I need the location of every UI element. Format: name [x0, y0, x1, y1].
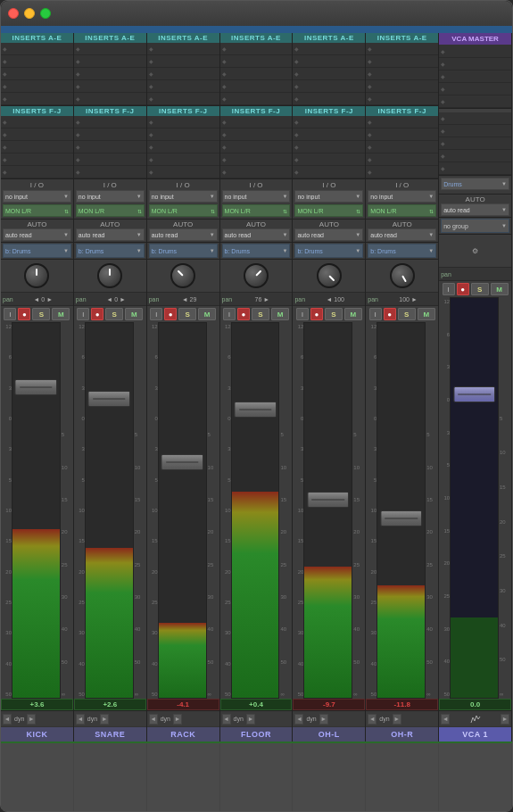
pan-section[interactable]: pan [439, 267, 511, 281]
insert-slot[interactable] [147, 141, 219, 153]
input-select[interactable]: no input ▼ [368, 190, 436, 203]
insert-slot[interactable] [74, 141, 146, 153]
group-select[interactable]: b: Drums ▼ [76, 244, 145, 258]
auto-select[interactable]: auto read ▼ [149, 228, 218, 241]
insert-slot[interactable] [1, 153, 73, 166]
input-button[interactable]: I [4, 308, 16, 320]
insert-slot[interactable] [74, 116, 146, 128]
insert-slot[interactable] [293, 141, 365, 153]
insert-slot[interactable] [147, 55, 219, 68]
prev-button[interactable]: ◄ [441, 714, 450, 725]
insert-slot[interactable] [439, 46, 511, 58]
input-select[interactable]: no input ▼ [222, 190, 291, 203]
mute-button[interactable]: M [271, 308, 289, 320]
insert-slot[interactable] [366, 68, 438, 80]
insert-slot[interactable] [293, 128, 365, 141]
rec-button[interactable]: ● [91, 308, 103, 320]
insert-slot[interactable] [220, 153, 293, 166]
input-button[interactable]: I [369, 308, 382, 320]
insert-slot[interactable] [1, 80, 73, 93]
fader-handle[interactable] [380, 510, 423, 526]
insert-slot[interactable] [220, 116, 293, 128]
insert-slot[interactable] [220, 141, 293, 153]
fader-track[interactable] [231, 322, 280, 699]
insert-slot[interactable] [74, 93, 146, 105]
insert-slot[interactable] [74, 153, 146, 166]
pan-section[interactable]: pan ◄ 100 [293, 292, 365, 306]
solo-button[interactable]: S [471, 283, 489, 295]
solo-button[interactable]: S [32, 308, 50, 320]
insert-slot[interactable] [366, 128, 438, 141]
group-select[interactable]: b: Drums ▼ [3, 244, 71, 258]
insert-slot[interactable] [147, 116, 219, 128]
prev-button[interactable]: ◄ [76, 714, 85, 725]
next-button[interactable]: ► [393, 714, 401, 725]
insert-slot[interactable] [1, 43, 73, 55]
pan-section[interactable]: pan ◄ 0 ► [1, 292, 73, 306]
auto-select[interactable]: auto read ▼ [76, 228, 145, 241]
insert-slot[interactable] [220, 55, 293, 68]
rec-button[interactable]: ● [384, 308, 396, 320]
next-button[interactable]: ► [246, 714, 255, 725]
fader-track[interactable] [303, 322, 352, 699]
insert-slot[interactable] [74, 43, 146, 55]
close-button[interactable] [8, 8, 19, 19]
rec-button[interactable]: ● [310, 308, 323, 320]
insert-slot[interactable] [147, 153, 219, 166]
insert-slot[interactable] [439, 95, 511, 108]
fader-handle[interactable] [307, 492, 350, 508]
pan-section[interactable]: pan 100 ► [366, 292, 438, 306]
next-button[interactable]: ► [27, 714, 36, 725]
insert-slot[interactable] [439, 83, 511, 95]
solo-button[interactable]: S [252, 308, 269, 320]
mute-button[interactable]: M [418, 308, 435, 320]
insert-slot[interactable] [147, 166, 219, 178]
fader-handle[interactable] [453, 386, 496, 402]
fader-handle[interactable] [161, 454, 203, 470]
next-button[interactable]: ► [501, 714, 509, 725]
insert-slot[interactable] [147, 93, 219, 105]
rec-button[interactable]: ● [457, 283, 469, 295]
prev-button[interactable]: ◄ [294, 714, 303, 725]
insert-slot[interactable] [220, 80, 293, 93]
pan-section[interactable]: pan 76 ► [220, 292, 293, 306]
input-button[interactable]: I [77, 308, 89, 320]
insert-slot[interactable] [1, 68, 73, 80]
insert-slot[interactable] [74, 166, 146, 178]
input-select[interactable]: no input ▼ [149, 190, 218, 203]
fader-track[interactable] [450, 297, 499, 699]
group-select[interactable]: b: Drums ▼ [222, 244, 291, 258]
group-select[interactable]: b: Drums ▼ [294, 244, 363, 258]
mute-button[interactable]: M [125, 308, 143, 320]
fader-track[interactable] [12, 322, 61, 699]
insert-slot[interactable] [147, 68, 219, 80]
insert-slot[interactable] [366, 153, 438, 166]
insert-slot[interactable] [439, 112, 511, 125]
next-button[interactable]: ► [173, 714, 182, 725]
insert-slot[interactable] [220, 128, 293, 141]
pan-knob[interactable] [317, 263, 342, 288]
mute-button[interactable]: M [491, 283, 509, 295]
pan-knob[interactable] [24, 263, 49, 288]
insert-slot[interactable] [1, 116, 73, 128]
input-button[interactable]: I [296, 308, 309, 320]
solo-button[interactable]: S [325, 308, 343, 320]
input-select[interactable]: no input ▼ [76, 190, 145, 203]
auto-select[interactable]: auto read ▼ [222, 228, 291, 241]
auto-select[interactable]: auto read ▼ [294, 228, 363, 241]
insert-slot[interactable] [293, 68, 365, 80]
insert-slot[interactable] [74, 80, 146, 93]
fader-handle[interactable] [15, 379, 58, 395]
input-select[interactable]: no input ▼ [294, 190, 363, 203]
vca-output-select[interactable]: Drums ▼ [441, 178, 509, 190]
pan-knob[interactable] [170, 263, 195, 288]
fader-track[interactable] [376, 322, 426, 699]
input-select[interactable]: no input ▼ [3, 190, 71, 203]
insert-slot[interactable] [1, 141, 73, 153]
insert-slot[interactable] [293, 166, 365, 178]
insert-slot[interactable] [293, 116, 365, 128]
pan-knob[interactable] [97, 263, 122, 288]
pan-section[interactable]: pan ◄ 29 [147, 292, 219, 306]
mute-button[interactable]: M [344, 308, 362, 320]
group-select[interactable]: b: Drums ▼ [368, 244, 436, 258]
